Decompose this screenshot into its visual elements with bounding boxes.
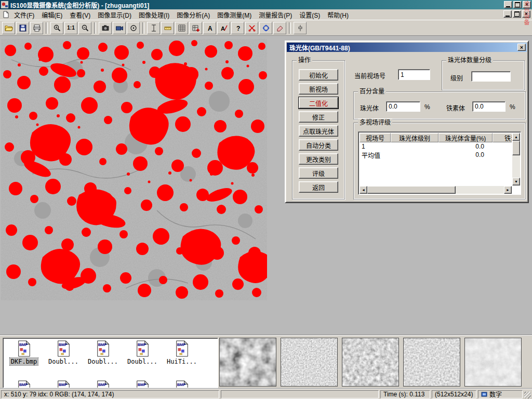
thumbnail-1[interactable] [219,338,276,387]
menu-view[interactable]: 查看(V) [66,9,94,21]
file-item[interactable]: BMP Doubl... [83,340,123,365]
rate-button[interactable]: 评级 [299,167,338,179]
camera-button[interactable] [99,22,112,34]
mdi-minimize-button[interactable] [503,10,512,18]
open-button[interactable] [2,22,15,34]
file-item[interactable]: BMP Doubl... [44,340,83,365]
menu-help[interactable]: 帮助(H) [324,9,352,21]
mdi-restore-button[interactable] [513,10,521,18]
pick-pearlite-button[interactable]: 点取珠光体 [299,125,338,137]
change-class-button[interactable]: 更改类别 [299,153,338,165]
svg-text:A: A [208,24,212,32]
scroll-right-button[interactable]: ► [504,186,512,194]
new-field-button[interactable]: 新视场 [299,83,338,95]
svg-text:BMP: BMP [98,342,107,347]
cut-button[interactable] [245,22,258,34]
crosshair-button[interactable] [259,22,272,34]
file-item[interactable]: BMP [123,380,162,388]
current-field-input[interactable] [398,69,430,80]
menu-image-analysis[interactable]: 图像分析(A) [173,9,214,21]
dialog-close-button[interactable]: × [517,44,526,51]
zoom-in-button[interactable] [50,22,63,34]
ruler-button[interactable] [161,22,174,34]
menu-report[interactable]: 测量报告(P) [255,9,296,21]
help-button[interactable]: ? [231,22,244,34]
table-body: 1 0.0 平均值 0.0 [360,142,512,185]
text-angle-button[interactable]: A [217,22,230,34]
grid-plus-icon [192,24,200,32]
menu-image-process[interactable]: 图像处理(I) [135,9,173,21]
scroll-left-button[interactable]: ◄ [360,186,367,194]
resize-grip[interactable] [524,392,531,398]
scrollbar-thumb[interactable] [367,186,456,194]
horizontal-scrollbar[interactable]: ◄ ► [360,186,512,194]
maximize-icon [515,2,520,7]
vertical-slider-icon [296,24,304,32]
mdi-document-icon[interactable] [2,11,9,18]
grid-button[interactable] [175,22,188,34]
file-listbox[interactable]: BMP DKF.bmp BMP Doubl... BMP Doubl... BM… [3,338,218,388]
scrollbar-thumb[interactable] [512,141,520,155]
zoom-out-button[interactable] [78,22,91,34]
file-name: Doubl... [126,358,158,365]
eraser-button[interactable] [273,22,286,34]
scroll-up-button[interactable]: ▲ [512,133,520,141]
video-capture-button[interactable] [113,22,126,34]
scissors-icon [248,24,256,32]
file-name: HuiTi... [166,358,198,365]
thumbnail-5[interactable] [464,338,522,387]
bmp-file-icon: BMP [135,380,150,388]
menu-settings[interactable]: 设置(S) [296,9,324,21]
return-button[interactable]: 返回 [299,181,338,193]
bmp-file-icon: BMP [56,380,71,388]
thumbnail-4[interactable] [403,338,460,387]
header-ferrite[interactable]: 铁素 [493,133,512,142]
save-button[interactable] [16,22,29,34]
auto-classify-button[interactable]: 自动分类 [299,139,338,151]
menu-edit[interactable]: 编辑(E) [38,9,66,21]
correct-button[interactable]: 修正 [299,111,338,123]
table-row[interactable]: 平均值 0.0 [360,151,512,159]
capture-target-button[interactable] [127,22,140,34]
menu-image-measure[interactable]: 图像测量(M) [214,9,255,21]
file-item[interactable]: BMP [4,380,44,388]
grid-add-button[interactable] [189,22,202,34]
file-item[interactable]: BMP [83,380,123,388]
actual-size-button[interactable]: 1:1 [64,22,77,34]
scroll-track[interactable] [456,186,504,194]
micrograph-image[interactable] [1,39,267,300]
maximize-button[interactable] [513,1,522,8]
header-pearlite-grade[interactable]: 珠光体级别 [391,133,438,142]
file-item[interactable]: BMP DKF.bmp [4,340,44,365]
thumbnail-2[interactable] [281,338,338,387]
grade-input[interactable] [471,71,511,82]
status-image-size: (512x512x24) [432,390,476,398]
minimize-button[interactable] [504,1,512,8]
measure-length-button[interactable] [147,22,160,34]
print-button[interactable] [30,22,43,34]
file-item[interactable]: BMP [44,380,83,388]
menu-image-display[interactable]: 图像显示(D) [94,9,135,21]
thumbnail-3[interactable] [342,338,399,387]
file-item[interactable]: BMP HuiTi... [162,340,202,365]
mode-label: 数字 [489,390,502,398]
menu-file[interactable]: 文件(F) [10,9,38,21]
eraser-icon [276,24,284,32]
pearlite-input[interactable] [386,101,420,112]
binarize-button[interactable]: 二值化 [299,97,338,109]
table-row[interactable]: 1 0.0 [360,142,512,151]
ferrite-input[interactable] [472,101,506,112]
level-slider-button[interactable] [294,22,307,34]
percent-group-label: 百分含量 [358,88,386,95]
file-item[interactable]: BMP [162,380,202,388]
vertical-scrollbar[interactable]: ▲ ▼ [512,133,520,185]
init-button[interactable]: 初始化 [299,69,338,81]
dialog-title-bar[interactable]: 珠光体(GB/T9441-88) [287,43,527,52]
zoom-out-icon [81,24,89,32]
file-item[interactable]: BMP Doubl... [123,340,162,365]
header-field-no[interactable]: 视场号 [360,133,391,142]
toolbar-separator [46,22,48,34]
scroll-down-button[interactable]: ▼ [512,178,520,185]
header-pearlite-content[interactable]: 珠光体含量(%) [438,133,493,142]
text-annotation-button[interactable]: A [203,22,216,34]
